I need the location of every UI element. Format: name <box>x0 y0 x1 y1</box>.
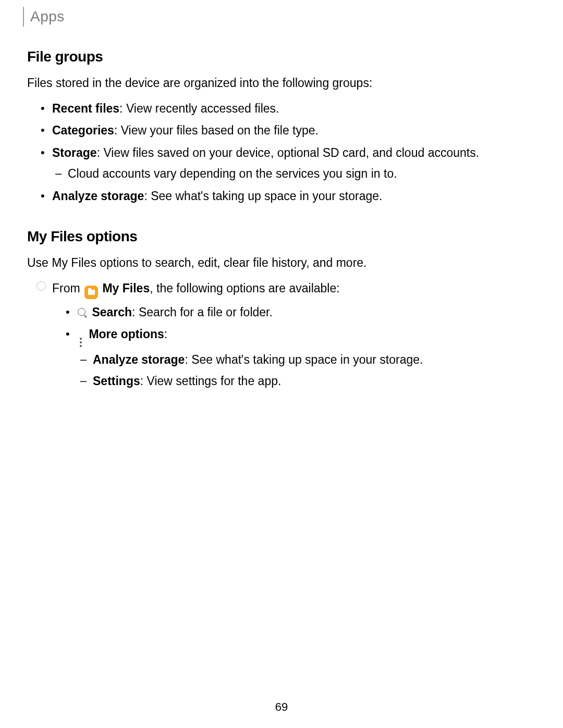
page-content: File groups Files stored in the device a… <box>27 46 536 395</box>
page-header: Apps <box>23 5 65 28</box>
folder-icon <box>84 286 98 299</box>
item-desc: : View recently accessed files. <box>119 102 279 115</box>
options-list: Search: Search for a file or folder. Mor… <box>52 303 536 390</box>
option-desc: : <box>164 327 167 341</box>
list-item: Analyze storage: See what's taking up sp… <box>52 187 536 205</box>
sub-list: Cloud accounts vary depending on the ser… <box>52 165 536 183</box>
sub-item: Settings: View settings for the app. <box>93 372 536 390</box>
my-files-from-list: From My Files, the following options are… <box>27 279 536 390</box>
list-item: Recent files: View recently accessed fil… <box>52 100 536 118</box>
option-label: More options <box>89 327 164 341</box>
option-item: More options: Analyze storage: See what'… <box>77 325 536 390</box>
from-line: From My Files, the following options are… <box>52 279 536 390</box>
search-icon <box>77 307 88 318</box>
item-desc: : See what's taking up space in your sto… <box>144 189 382 203</box>
list-item: Storage: View files saved on your device… <box>52 144 536 183</box>
option-item: Search: Search for a file or folder. <box>77 303 536 322</box>
my-files-options-heading: My Files options <box>27 226 536 248</box>
file-groups-list: Recent files: View recently accessed fil… <box>27 100 536 205</box>
item-desc: : View your files based on the file type… <box>114 124 319 137</box>
dotted-circle-icon <box>36 281 46 291</box>
my-files-options-intro: Use My Files options to search, edit, cl… <box>27 254 536 272</box>
from-app-name: My Files <box>102 281 150 295</box>
file-groups-heading: File groups <box>27 46 536 68</box>
option-sub-list: Analyze storage: See what's taking up sp… <box>77 351 536 390</box>
more-options-icon <box>77 337 84 348</box>
document-page: Apps File groups Files stored in the dev… <box>0 0 563 728</box>
from-suffix: , the following options are available: <box>150 281 339 295</box>
sub-label: Settings <box>93 374 140 388</box>
header-section-label: Apps <box>30 6 65 28</box>
item-label: Categories <box>52 124 114 137</box>
option-label: Search <box>92 305 132 319</box>
file-groups-intro: Files stored in the device are organized… <box>27 74 536 92</box>
item-desc: : View files saved on your device, optio… <box>97 146 479 159</box>
option-desc: : Search for a file or folder. <box>132 305 273 319</box>
item-label: Recent files <box>52 102 119 115</box>
sub-desc: : View settings for the app. <box>140 374 282 388</box>
item-label: Analyze storage <box>52 189 144 203</box>
page-number: 69 <box>0 698 563 715</box>
header-divider <box>23 7 24 27</box>
list-item: Categories: View your files based on the… <box>52 121 536 140</box>
item-label: Storage <box>52 146 97 159</box>
sub-desc: : See what's taking up space in your sto… <box>185 353 423 366</box>
from-prefix: From <box>52 281 83 295</box>
sub-item: Cloud accounts vary depending on the ser… <box>68 165 536 183</box>
sub-item: Analyze storage: See what's taking up sp… <box>93 351 536 369</box>
sub-label: Analyze storage <box>93 353 185 366</box>
